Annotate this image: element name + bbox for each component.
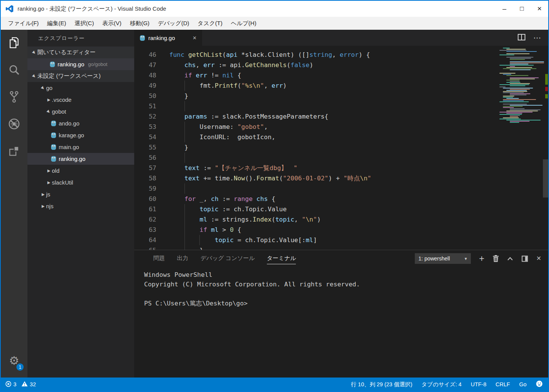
line-number: 54 — [134, 132, 156, 142]
menu-item-4[interactable]: 移動(G) — [125, 18, 154, 29]
line-number: 57 — [134, 163, 156, 173]
code-line-60: 60 for _, ch := range chs { — [134, 194, 548, 204]
twistie-expanded-icon: ▶ — [45, 108, 52, 115]
tree-item-label: go — [46, 85, 53, 91]
code-line-63: 63 if ml > 0 { — [134, 225, 548, 235]
search-icon — [8, 63, 21, 78]
line-content: Username: "gobot", — [169, 122, 268, 132]
new-terminal-button[interactable]: + — [479, 254, 485, 263]
code-editor[interactable]: 46func getChList(api *slack.Client) ([]s… — [134, 46, 548, 250]
tree-item-label: .vscode — [52, 96, 72, 103]
tab-ranking-go[interactable]: ranking.go ✕ — [134, 30, 202, 46]
menu-item-2[interactable]: 選択(C) — [71, 18, 98, 29]
terminal-select[interactable]: 1: powershell ▼ — [415, 253, 471, 264]
menu-item-1[interactable]: 編集(E) — [43, 18, 71, 29]
vscode-window: ranking.go - 未設定 (ワークスペース) - Visual Stud… — [0, 0, 549, 392]
problems-status[interactable]: 3 32 — [5, 381, 36, 388]
menu-item-5[interactable]: デバッグ(D) — [154, 18, 193, 29]
tree-item-ando.go[interactable]: ando.go — [27, 117, 134, 129]
line-number: 58 — [134, 173, 156, 183]
chevron-down-icon: ▼ — [464, 257, 468, 261]
panel-tab-0[interactable]: 問題 — [153, 253, 165, 264]
status-item-2[interactable]: UTF-8 — [471, 381, 486, 387]
menu-item-0[interactable]: ファイル(F) — [4, 18, 43, 29]
section--[interactable]: ▶開いているエディター — [27, 47, 134, 58]
sidebar-item-source-control[interactable] — [1, 84, 27, 111]
tree-item-ranking.go[interactable]: ranking.gogo/gobot — [27, 58, 134, 70]
line-number: 47 — [134, 60, 156, 70]
status-item-4[interactable]: Go — [519, 381, 527, 387]
maximize-panel-button[interactable] — [507, 257, 513, 261]
panel-tab-2[interactable]: デバッグ コンソール — [201, 253, 255, 264]
line-content: } — [169, 245, 203, 250]
menu-item-7[interactable]: ヘルプ(H) — [227, 18, 261, 29]
panel-tabs: 問題出力デバッグ コンソールターミナル — [153, 253, 308, 264]
line-number: 49 — [134, 80, 156, 91]
settings-button[interactable]: ⚙ 1 — [1, 349, 27, 373]
line-content: fmt.Printf("%s\n", err) — [169, 80, 287, 91]
tree-item-ranking.go[interactable]: ranking.go — [27, 153, 134, 165]
minimap[interactable] — [499, 47, 542, 250]
tree-item-.vscode[interactable]: ▶.vscode — [27, 94, 134, 106]
sidebar-item-debug[interactable] — [1, 111, 27, 138]
more-actions-icon[interactable]: ⋯ — [533, 33, 541, 42]
window-controls: – □ ✕ — [496, 1, 548, 17]
minimize-button[interactable]: – — [496, 1, 513, 17]
line-number: 63 — [134, 225, 156, 235]
git-decoration-mark — [545, 87, 548, 91]
sidebar-item-search[interactable] — [1, 57, 27, 84]
activity-bar: ⚙ 1 — [1, 30, 27, 378]
kill-terminal-button[interactable] — [493, 255, 499, 262]
tree-item-gobot[interactable]: ▶gobot — [27, 106, 134, 117]
line-number: 64 — [134, 235, 156, 245]
go-file-icon — [140, 35, 145, 41]
twistie-collapsed-icon: ▶ — [40, 204, 46, 208]
status-item-1[interactable]: タブのサイズ: 4 — [422, 381, 462, 388]
sidebar-item-extensions[interactable] — [1, 138, 27, 165]
tree-item-slackUtil[interactable]: ▶slackUtil — [27, 177, 134, 188]
code-line-54: 54 IconURL: gobotIcon, — [134, 132, 548, 142]
sidebar-item-explorer[interactable] — [1, 30, 27, 57]
tab-close-icon[interactable]: ✕ — [191, 34, 198, 42]
line-content: ml := strings.Index(topic, "\n") — [169, 214, 321, 225]
tree-item-njs[interactable]: ▶njs — [27, 200, 134, 212]
feedback-smiley-icon[interactable] — [536, 380, 543, 389]
tree-item-label: slackUtil — [52, 179, 73, 186]
line-number: 48 — [134, 70, 156, 80]
line-content: params := slack.PostMessageParameters{ — [169, 111, 328, 122]
tree-item-label: gobot — [52, 108, 66, 115]
maximize-button[interactable]: □ — [513, 1, 531, 17]
status-bar: 3 32 行 10、列 29 (23 個選択)タブのサイズ: 4UTF-8CRL… — [1, 378, 548, 391]
window-title: ranking.go - 未設定 (ワークスペース) - Visual Stud… — [18, 5, 166, 13]
status-item-3[interactable]: CRLF — [496, 381, 510, 387]
tree-item-js[interactable]: ▶js — [27, 188, 134, 200]
move-panel-button[interactable] — [522, 255, 528, 262]
line-number: 55 — [134, 142, 156, 153]
close-panel-button[interactable]: ✕ — [536, 255, 541, 262]
section--[interactable]: ▶未設定 (ワークスペース) — [27, 70, 134, 82]
tab-bar: ranking.go ✕ ⋯ — [134, 30, 548, 46]
split-editor-icon[interactable] — [517, 34, 526, 42]
tree-item-old[interactable]: ▶old — [27, 165, 134, 177]
editor-scrollbar[interactable] — [543, 159, 548, 198]
panel-tab-3[interactable]: ターミナル — [267, 253, 296, 264]
tree-item-main.go[interactable]: main.go — [27, 141, 134, 153]
tree-item-karage.go[interactable]: karage.go — [27, 129, 134, 141]
tree-item-go[interactable]: ▶go — [27, 82, 134, 94]
go-file-icon — [50, 61, 55, 67]
extensions-icon — [8, 145, 20, 159]
menu-item-6[interactable]: タスク(T) — [193, 18, 226, 29]
menubar: ファイル(F)編集(E)選択(C)表示(V)移動(G)デバッグ(D)タスク(T)… — [1, 17, 548, 30]
twistie-collapsed-icon: ▶ — [46, 180, 52, 185]
line-number: 51 — [134, 101, 156, 111]
line-content: topic = ch.Topic.Value[:ml] — [169, 235, 317, 245]
code-line-64: 64 topic = ch.Topic.Value[:ml] — [134, 235, 548, 245]
panel-tab-1[interactable]: 出力 — [177, 253, 188, 264]
tree-item-label: main.go — [59, 144, 79, 150]
menu-item-3[interactable]: 表示(V) — [98, 18, 125, 29]
close-button[interactable]: ✕ — [531, 1, 548, 17]
terminal-output[interactable]: Windows PowerShell Copyright (C) Microso… — [134, 267, 548, 378]
code-line-49: 49 fmt.Printf("%s\n", err) — [134, 80, 548, 91]
status-item-0[interactable]: 行 10、列 29 (23 個選択) — [351, 381, 412, 388]
twistie-collapsed-icon: ▶ — [40, 192, 46, 196]
